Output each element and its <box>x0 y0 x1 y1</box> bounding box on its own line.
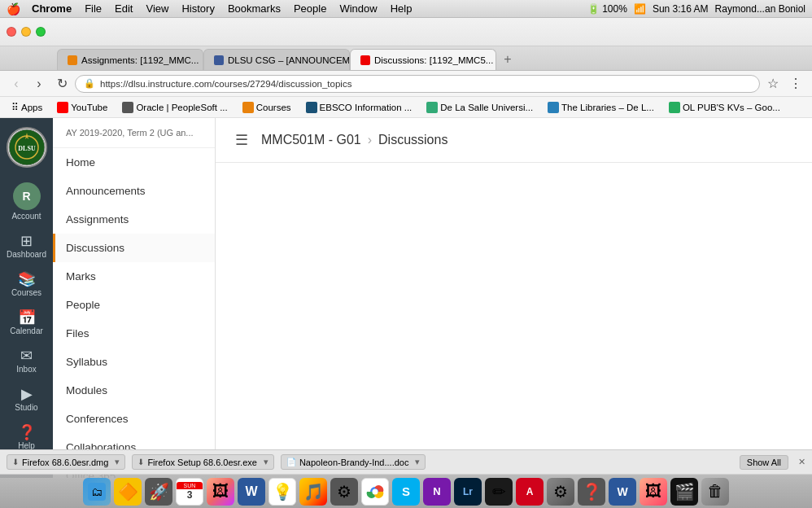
dock-sysprefs[interactable]: ⚙ <box>547 478 574 506</box>
sidebar-item-courses[interactable]: 📚 Courses <box>0 265 53 304</box>
school-logo: DLSU <box>7 127 47 168</box>
sidebar-item-dashboard[interactable]: ⊞ Dashboard <box>0 227 53 265</box>
dl-close-2[interactable]: ▾ <box>264 457 268 467</box>
dock-photos[interactable]: 🖼 <box>207 478 234 506</box>
nav-modules[interactable]: Modules <box>53 376 215 405</box>
nav-people[interactable]: People <box>53 291 215 319</box>
bm-ol[interactable]: OL PUB'S KVs – Goo... <box>664 100 785 115</box>
bm-ebsco[interactable]: EBSCO Information ... <box>301 100 417 115</box>
ebsco-icon <box>306 102 317 113</box>
studio-icon: ▶ <box>21 387 33 401</box>
nav-marks[interactable]: Marks <box>53 262 215 291</box>
dock-pen[interactable]: ✏ <box>485 478 513 506</box>
dock-trash[interactable]: 🗑 <box>701 478 729 506</box>
sidebar-item-account[interactable]: R Account <box>0 176 53 227</box>
hamburger-icon[interactable]: ☰ <box>235 131 248 149</box>
download-label-1: Firefox 68.6.0esr.dmg <box>22 458 108 467</box>
dl-close-3[interactable]: ▾ <box>415 457 420 467</box>
avatar: R <box>13 182 41 210</box>
show-all-label: Show All <box>747 458 781 467</box>
dock-word[interactable]: W <box>238 478 265 506</box>
breadcrumb-page: Discussions <box>378 133 447 147</box>
nav-syllabus[interactable]: Syllabus <box>53 348 215 376</box>
back-button[interactable]: ‹ <box>7 74 26 94</box>
bm-courses[interactable]: Courses <box>238 100 296 115</box>
user-name: Raymond...an Boniol <box>715 3 805 15</box>
sidebar-logo[interactable]: DLSU <box>4 125 49 169</box>
menubar-view[interactable]: View <box>139 2 175 15</box>
chrome-menu-button[interactable]: ⋮ <box>786 74 805 94</box>
bookmark-star-button[interactable]: ☆ <box>763 74 783 94</box>
download-item-2[interactable]: ⬇ Firefox Setup 68.6.0esr.exe ▾ <box>132 454 274 470</box>
dock-vlc[interactable]: 🔶 <box>114 478 142 506</box>
menubar-help[interactable]: Help <box>384 2 419 15</box>
nav-announcements[interactable]: Announcements <box>53 177 215 205</box>
menubar-bookmarks[interactable]: Bookmarks <box>221 2 287 15</box>
download-item-1[interactable]: ⬇ Firefox 68.6.0esr.dmg ▾ <box>7 454 125 470</box>
dl-close-1[interactable]: ▾ <box>115 457 120 467</box>
menubar-edit[interactable]: Edit <box>108 2 139 15</box>
dock-word2[interactable]: W <box>609 478 636 506</box>
dock-launchpad[interactable]: 🚀 <box>145 478 172 506</box>
dock-question[interactable]: ❓ <box>578 478 605 506</box>
svg-text:🗂: 🗂 <box>91 485 103 498</box>
nav-assignments[interactable]: Assignments <box>53 205 215 234</box>
window-controls <box>7 27 46 37</box>
youtube-icon <box>57 102 68 113</box>
dock-imovie[interactable]: 🎬 <box>670 478 698 506</box>
dock-gear[interactable]: ⚙ <box>330 478 358 506</box>
bm-lib-label: The Libraries – De L... <box>561 103 654 112</box>
tab-assignments[interactable]: Assignments: [1192_MMC... ✕ <box>57 49 203 70</box>
chrome-frame <box>0 18 812 46</box>
minimize-button[interactable] <box>21 27 31 37</box>
download-item-3[interactable]: 📄 Napoleon-Brandy-Ind....doc ▾ <box>281 454 426 470</box>
dock-skype[interactable]: S <box>392 478 420 506</box>
dock-music[interactable]: 🎵 <box>299 478 327 506</box>
tab-discussions[interactable]: Discussions: [1192_MMC5... ✕ <box>350 49 496 70</box>
dock-lightroom[interactable]: Lr <box>454 478 482 506</box>
dock-ithoughts[interactable]: 💡 <box>268 478 296 506</box>
dock-chrome[interactable] <box>361 478 389 506</box>
new-tab-button[interactable]: + <box>496 49 519 70</box>
menubar-window[interactable]: Window <box>333 2 383 15</box>
nav-files[interactable]: Files <box>53 319 215 348</box>
show-all-button[interactable]: Show All <box>740 455 788 470</box>
bm-apps-label: Apps <box>21 103 42 112</box>
sidebar-item-inbox[interactable]: ✉ Inbox <box>0 342 53 380</box>
nav-discussions[interactable]: Discussions <box>53 234 215 262</box>
bm-courses-label: Courses <box>256 103 291 112</box>
dock-calendar[interactable]: SUN 3 <box>176 478 203 506</box>
forward-button[interactable]: › <box>29 74 49 94</box>
bm-dlsu[interactable]: De La Salle Universi... <box>421 100 538 115</box>
dock-acrobat[interactable]: A <box>516 478 544 506</box>
tab-dlsu-csg[interactable]: DLSU CSG – [ANNOUNCEM... ✕ <box>203 49 350 70</box>
bm-ebsco-label: EBSCO Information ... <box>320 103 413 112</box>
url-bar[interactable]: 🔒 https://dlsu.instructure.com/courses/2… <box>75 75 760 93</box>
dock-gallery[interactable]: 🖼 <box>640 478 667 506</box>
download-icon-1: ⬇ <box>12 458 19 466</box>
menubar-chrome[interactable]: Chrome <box>25 2 78 15</box>
sidebar-item-calendar[interactable]: 📅 Calendar <box>0 304 53 342</box>
bm-oracle[interactable]: Oracle | PeopleSoft ... <box>117 100 232 115</box>
download-icon-3: 📄 <box>286 458 296 466</box>
close-button[interactable] <box>7 27 16 37</box>
nav-conferences[interactable]: Conferences <box>53 405 215 433</box>
menubar-people[interactable]: People <box>287 2 333 15</box>
bm-youtube[interactable]: YouTube <box>52 100 112 115</box>
menubar-history[interactable]: History <box>175 2 220 15</box>
sidebar: DLSU R Account ⊞ Dashboard 📚 Courses 📅 C… <box>0 118 53 478</box>
maximize-button[interactable] <box>36 27 46 37</box>
menubar-file[interactable]: File <box>78 2 108 15</box>
apple-menu[interactable]: 🍎 <box>7 2 20 15</box>
bm-lib[interactable]: The Libraries – De L... <box>543 100 659 115</box>
dock-finder[interactable]: 🗂 <box>83 478 111 506</box>
bm-oracle-label: Oracle | PeopleSoft ... <box>136 103 227 112</box>
sidebar-item-studio[interactable]: ▶ Studio <box>0 380 53 418</box>
tabs-bar: Assignments: [1192_MMC... ✕ DLSU CSG – [… <box>0 46 812 71</box>
nav-home[interactable]: Home <box>53 148 215 177</box>
bm-apps[interactable]: ⠿ Apps <box>7 100 47 115</box>
download-bar-close[interactable]: ✕ <box>798 457 805 467</box>
dock-onenote[interactable]: N <box>423 478 451 506</box>
refresh-button[interactable]: ↻ <box>52 74 72 94</box>
bm-dlsu-label: De La Salle Universi... <box>440 103 533 112</box>
